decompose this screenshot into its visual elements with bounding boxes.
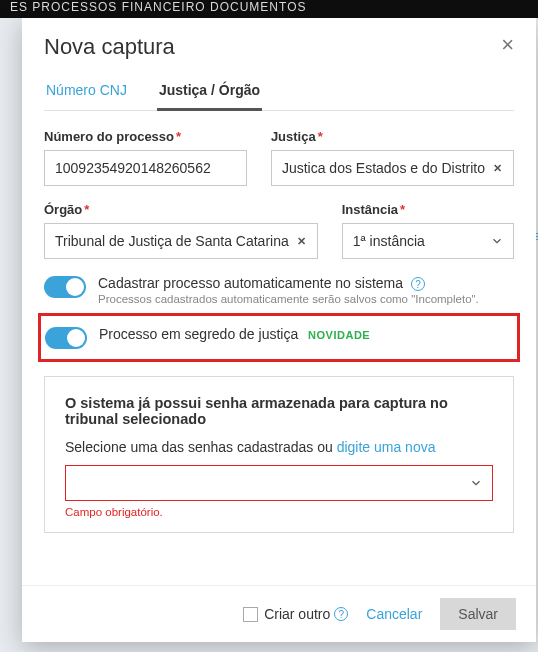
label-justica: Justiça* — [271, 129, 514, 144]
label-numero-processo: Número do processo* — [44, 129, 247, 144]
required-mark: * — [176, 129, 181, 144]
toggle-secret-label: Processo em segredo de justiça — [99, 326, 298, 342]
modal-title: Nova captura — [44, 34, 175, 60]
credential-title: O sistema já possui senha armazenada par… — [65, 395, 493, 427]
justica-select-value: Justica dos Estados e do Distrito — [271, 150, 514, 186]
credential-box: O sistema já possui senha armazenada par… — [44, 376, 514, 533]
cancel-button[interactable]: Cancelar — [366, 606, 422, 622]
credential-select[interactable] — [65, 465, 493, 501]
modal-footer: Criar outro ? Cancelar Salvar — [22, 585, 536, 642]
required-mark: * — [400, 202, 405, 217]
credential-error: Campo obrigatório. — [65, 506, 493, 518]
toggle-auto-label: Cadastrar processo automaticamente no si… — [98, 275, 403, 291]
required-mark: * — [318, 129, 323, 144]
numero-processo-input[interactable] — [44, 150, 247, 186]
tab-numero-cnj[interactable]: Número CNJ — [44, 72, 129, 110]
tabs: Número CNJ Justiça / Órgão — [44, 72, 514, 111]
novidade-badge: NOVIDADE — [308, 329, 370, 341]
instancia-select[interactable]: 1ª instância — [342, 223, 514, 259]
field-instancia: Instância* 1ª instância — [342, 202, 514, 259]
label-text: Justiça — [271, 129, 316, 144]
orgao-select-value: Tribunal de Justiça de Santa Catarina — [44, 223, 318, 259]
credential-sub-prefix: Selecione uma das senhas cadastradas ou — [65, 439, 337, 455]
help-icon[interactable]: ? — [334, 607, 348, 621]
label-text: Número do processo — [44, 129, 174, 144]
label-instancia: Instância* — [342, 202, 514, 217]
field-justica: Justiça* Justica dos Estados e do Distri… — [271, 129, 514, 186]
close-icon[interactable]: × — [501, 34, 514, 56]
save-button[interactable]: Salvar — [440, 598, 516, 630]
label-orgao: Órgão* — [44, 202, 318, 217]
credential-select-value — [65, 465, 493, 501]
modal-body: Número CNJ Justiça / Órgão Número do pro… — [22, 68, 536, 585]
modal-nova-captura: Nova captura × Número CNJ Justiça / Órgã… — [22, 18, 536, 642]
modal-header: Nova captura × — [22, 18, 536, 68]
field-orgao: Órgão* Tribunal de Justiça de Santa Cata… — [44, 202, 318, 259]
instancia-select-value: 1ª instância — [342, 223, 514, 259]
label-text: Instância — [342, 202, 398, 217]
highlight-secret-box: Processo em segredo de justiça NOVIDADE — [38, 313, 520, 362]
toggle-secret-switch[interactable] — [45, 327, 87, 349]
criar-outro-label: Criar outro — [264, 606, 330, 622]
toggle-auto-switch[interactable] — [44, 276, 86, 298]
toggle-auto-register: Cadastrar processo automaticamente no si… — [44, 275, 514, 305]
justica-select[interactable]: Justica dos Estados e do Distrito ✕ — [271, 150, 514, 186]
help-icon[interactable]: ? — [411, 277, 425, 291]
criar-outro-option: Criar outro ? — [243, 606, 348, 622]
required-mark: * — [84, 202, 89, 217]
background-nav: ES PROCESSOS FINANCEIRO DOCUMENTOS — [0, 0, 538, 18]
toggle-auto-subtext: Processos cadastrados automaticamente se… — [98, 293, 479, 305]
digite-nova-link[interactable]: digite uma nova — [337, 439, 436, 455]
field-numero-processo: Número do processo* — [44, 129, 247, 186]
credential-subtext: Selecione uma das senhas cadastradas ou … — [65, 439, 493, 455]
orgao-select[interactable]: Tribunal de Justiça de Santa Catarina ✕ — [44, 223, 318, 259]
label-text: Órgão — [44, 202, 82, 217]
tab-justica-orgao[interactable]: Justiça / Órgão — [157, 72, 262, 111]
criar-outro-checkbox[interactable] — [243, 607, 258, 622]
